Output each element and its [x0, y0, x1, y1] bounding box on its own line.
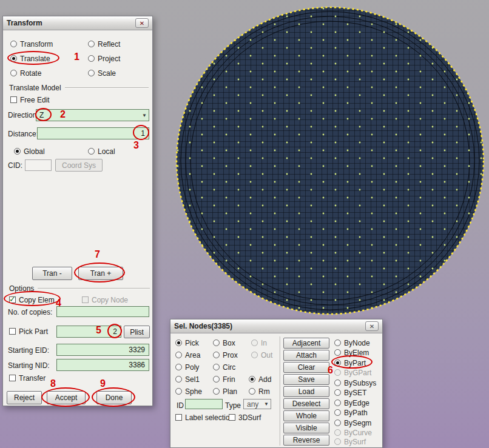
rm-radio[interactable]: Rm — [249, 387, 270, 396]
done-button[interactable]: Done — [96, 391, 132, 404]
clear-button[interactable]: Clear — [283, 362, 329, 373]
mode-radio-project[interactable]: Project — [88, 54, 120, 63]
plan-radio[interactable]: Plan — [213, 387, 237, 396]
transfer-checkbox[interactable]: Transfer — [9, 373, 46, 383]
radio-disabled-icon — [334, 369, 341, 376]
direction-dropdown[interactable]: Z ▼ — [36, 109, 149, 121]
area-radio[interactable]: Area — [175, 350, 200, 359]
sel1-label: Sel1 — [185, 375, 200, 384]
radio-icon — [88, 70, 95, 76]
reverse-button[interactable]: Reverse — [283, 435, 329, 446]
copy-elem-checkbox[interactable]: Copy Elem — [9, 295, 55, 304]
byelem-radio[interactable]: ByElem — [334, 348, 369, 357]
checkbox-icon — [9, 328, 16, 335]
mode-label: Rotate — [20, 69, 41, 78]
poly-radio[interactable]: Poly — [175, 363, 199, 372]
type-value: any — [247, 400, 258, 409]
mode-label: Scale — [98, 69, 116, 78]
no-of-copies-label: No. of copies: — [8, 308, 52, 316]
pick-part-input[interactable] — [56, 326, 121, 338]
tran-plus-button[interactable]: Tran + — [78, 267, 123, 280]
distance-input[interactable] — [37, 127, 149, 139]
type-label: Type — [225, 401, 241, 410]
sphe-radio[interactable]: Sphe — [175, 387, 202, 396]
accept-label: Accept — [55, 393, 78, 402]
byset-label: BySET — [344, 389, 366, 397]
in-label: In — [261, 339, 267, 347]
distance-label: Distance: — [8, 130, 38, 138]
pick-radio[interactable]: Pick — [175, 338, 199, 347]
frin-radio[interactable]: Frin — [213, 375, 235, 384]
radio-icon — [213, 352, 220, 358]
in-radio: In — [251, 338, 267, 347]
mode-label: Project — [98, 55, 120, 63]
bypart-radio[interactable]: ByPart — [334, 358, 366, 367]
add-radio[interactable]: Add — [249, 375, 271, 384]
group-label-text: Translate Model — [9, 84, 61, 92]
done-label: Done — [106, 393, 123, 402]
radio-icon — [334, 400, 341, 406]
save-button[interactable]: Save — [283, 374, 329, 385]
type-dropdown[interactable]: any ▼ — [243, 399, 271, 409]
starting-nid-input[interactable] — [56, 359, 149, 371]
checkbox-icon — [175, 414, 182, 421]
global-radio[interactable]: Global — [14, 147, 45, 156]
bysubsys-radio[interactable]: BySubsys — [334, 378, 376, 387]
graphics-viewport[interactable] — [174, 5, 486, 316]
mode-radio-reflect[interactable]: Reflect — [88, 39, 120, 48]
surf3d-checkbox[interactable]: 3DSurf — [229, 413, 261, 422]
whole-button[interactable]: Whole — [283, 410, 329, 421]
circ-label: Circ — [223, 363, 235, 372]
adjacent-button[interactable]: Adjacent — [283, 338, 329, 349]
bynode-label: ByNode — [344, 339, 370, 347]
reject-button[interactable]: Reject — [7, 391, 42, 404]
tran-minus-button[interactable]: Tran - — [32, 267, 72, 280]
prox-radio[interactable]: Prox — [213, 350, 238, 359]
cid-input — [25, 159, 52, 171]
no-of-copies-input[interactable] — [56, 306, 149, 317]
clear-label: Clear — [298, 363, 315, 372]
mode-radio-rotate[interactable]: Rotate — [10, 69, 41, 78]
free-edit-checkbox[interactable]: Free Edit — [10, 95, 50, 104]
label-selection-checkbox[interactable]: Label selection — [175, 413, 234, 422]
bypath-radio[interactable]: ByPath — [334, 408, 368, 417]
direction-value: Z — [39, 111, 44, 119]
frin-label: Frin — [223, 375, 235, 384]
bygpart-label: ByGPart — [344, 369, 371, 377]
radio-icon — [88, 55, 95, 62]
plist-label: Plist — [130, 328, 144, 336]
visible-button[interactable]: Visible — [283, 423, 329, 433]
transform-close-icon[interactable]: ✕ — [135, 18, 149, 28]
mode-radio-translate[interactable]: Translate — [10, 54, 50, 63]
application-window: Transform ✕ Transform Reflect Translate … — [0, 0, 489, 448]
copy-elem-label: Copy Elem — [19, 296, 55, 304]
accept-button[interactable]: Accept — [47, 391, 86, 404]
load-button[interactable]: Load — [283, 386, 329, 397]
radio-selected-icon — [14, 148, 21, 155]
poly-label: Poly — [185, 363, 199, 372]
bysegm-radio[interactable]: BySegm — [334, 418, 371, 427]
label-selection-label: Label selection — [185, 413, 234, 422]
local-radio[interactable]: Local — [88, 147, 115, 156]
bypart-label: ByPart — [344, 359, 366, 367]
byedge-radio[interactable]: ByEdge — [334, 398, 369, 407]
plist-button[interactable]: Plist — [124, 326, 150, 338]
sel-nodes-title: Sel. Nodes(3385) — [174, 322, 232, 330]
box-radio[interactable]: Box — [213, 338, 235, 347]
starting-eid-input[interactable] — [56, 344, 149, 356]
radio-icon — [175, 388, 182, 395]
mode-radio-transform[interactable]: Transform — [10, 39, 53, 48]
byset-radio[interactable]: BySET — [334, 388, 366, 397]
pick-part-checkbox[interactable]: Pick Part — [9, 327, 48, 336]
attach-button[interactable]: Attach — [283, 350, 329, 361]
deselect-button[interactable]: Deselect — [283, 398, 329, 409]
transform-dialog-titlebar[interactable]: Transform ✕ — [3, 16, 152, 30]
sel-nodes-close-icon[interactable]: ✕ — [365, 321, 379, 331]
sel-nodes-titlebar[interactable]: Sel. Nodes(3385) ✕ — [170, 319, 382, 333]
bysurf-radio: BySurf — [334, 437, 366, 446]
circ-radio[interactable]: Circ — [213, 363, 235, 372]
id-input[interactable] — [185, 399, 223, 409]
bynode-radio[interactable]: ByNode — [334, 338, 370, 347]
mode-radio-scale[interactable]: Scale — [88, 69, 116, 78]
sel1-radio[interactable]: Sel1 — [175, 375, 200, 384]
